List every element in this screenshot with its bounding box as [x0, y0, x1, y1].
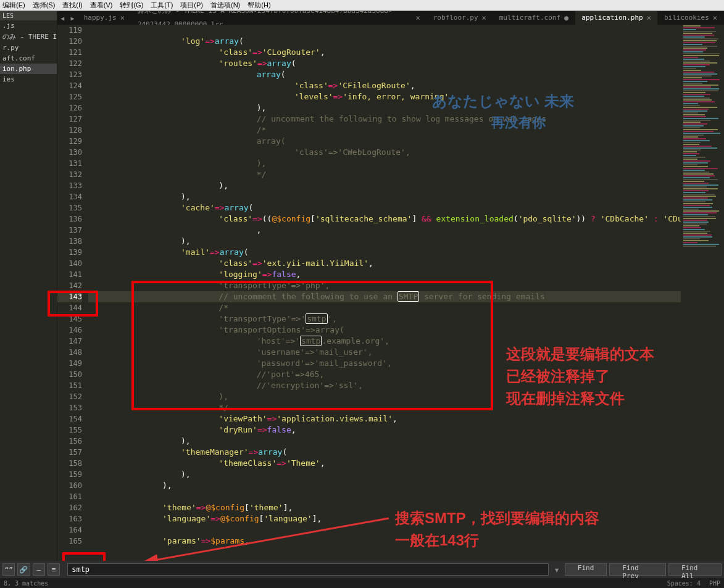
code-line[interactable]: ),: [88, 158, 681, 169]
code-line[interactable]: [88, 491, 681, 502]
tab-close-icon[interactable]: ●: [564, 11, 568, 25]
tab[interactable]: happy.js×: [78, 11, 131, 25]
menu-item[interactable]: 项目(P): [180, 1, 203, 10]
menu-item[interactable]: 查看(V): [90, 1, 113, 10]
code-line[interactable]: 'mail'=>array(: [88, 247, 681, 258]
code-line[interactable]: array(: [88, 136, 681, 147]
find-case-toggle[interactable]: 🔗: [17, 563, 30, 576]
tab-close-icon[interactable]: ×: [120, 11, 125, 25]
code-line[interactable]: // uncomment the following to show log m…: [88, 114, 681, 125]
line-number: 139: [57, 247, 82, 258]
status-spaces[interactable]: Spaces: 4: [667, 580, 701, 587]
code-line[interactable]: 'class'=>'CLogRouter',: [88, 47, 681, 58]
find-button[interactable]: Find: [565, 563, 607, 576]
minimap[interactable]: [681, 25, 724, 557]
tab[interactable]: application.php×: [575, 11, 658, 25]
menu-item[interactable]: 首选项(N): [210, 1, 240, 10]
menu-item[interactable]: 工具(T): [151, 1, 173, 10]
overlay-annotation-2: 搜索SMTP，找到要编辑的内容 一般在143行: [395, 507, 599, 552]
tab[interactable]: bilicookies×: [658, 11, 724, 25]
find-regex-toggle[interactable]: “”: [2, 563, 15, 576]
find-prev-button[interactable]: Find Prev: [609, 563, 666, 576]
code-line[interactable]: 'transportType'=>'smtp',: [88, 313, 681, 325]
code-line[interactable]: // uncomment the following to use an SMT…: [88, 291, 681, 302]
code-line[interactable]: 'class'=>'CWebLogRoute',: [88, 147, 681, 158]
code-line[interactable]: ),: [88, 469, 681, 480]
menu-item[interactable]: 帮助(H): [248, 1, 270, 10]
status-language[interactable]: PHP: [709, 580, 720, 587]
dropdown-icon[interactable]: ▾: [554, 564, 560, 576]
code-line[interactable]: ,: [88, 225, 681, 236]
line-number: 163: [57, 513, 82, 524]
sidebar-file-item[interactable]: aft.conf: [0, 53, 57, 64]
menu-item[interactable]: 编辑(E): [2, 1, 25, 10]
code-line[interactable]: ),: [88, 236, 681, 247]
line-number: 154: [57, 413, 82, 424]
menu-item[interactable]: 转到(G): [120, 1, 143, 10]
line-number: 121: [57, 47, 82, 58]
code-line[interactable]: array(: [88, 69, 681, 80]
line-number: 119: [57, 25, 82, 36]
sidebar-file-item[interactable]: r.py: [0, 43, 57, 53]
find-all-button[interactable]: Find All: [668, 563, 722, 576]
code-line[interactable]: 'class'=>'ext.yii-mail.YiiMail',: [88, 258, 681, 269]
code-line[interactable]: 'cache'=>array(: [88, 202, 681, 213]
line-number: 145: [57, 313, 82, 325]
code-line[interactable]: 'levels'=>'info, error, warning',: [88, 91, 681, 102]
tab-close-icon[interactable]: ×: [415, 11, 420, 25]
tab[interactable]: multicraft.conf●: [493, 11, 576, 25]
code-line[interactable]: /*: [88, 302, 681, 313]
tab-close-icon[interactable]: ×: [482, 11, 486, 25]
menu-bar: 编辑(E)选择(S)查找(I)查看(V)转到(G)工具(T)项目(P)首选项(N…: [0, 0, 724, 11]
code-line[interactable]: 'class'=>((@$config['sqlitecache_schema'…: [88, 213, 681, 225]
code-area[interactable]: 'log'=>array( 'class'=>'CLogRouter', 'ro…: [88, 25, 681, 547]
code-line[interactable]: ),: [88, 436, 681, 447]
code-line[interactable]: [88, 25, 681, 36]
code-line[interactable]: 'log'=>array(: [88, 36, 681, 47]
code-line[interactable]: 'dryRun'=>false,: [88, 424, 681, 436]
tab-prev-icon[interactable]: ◀: [60, 15, 64, 22]
menu-item[interactable]: 查找(I): [62, 1, 82, 10]
code-line[interactable]: 'class'=>'CFileLogRoute',: [88, 80, 681, 91]
sidebar-file-item[interactable]: ion.php: [0, 64, 57, 74]
code-line[interactable]: 'themeManager'=>array(: [88, 447, 681, 458]
tab-next-icon[interactable]: ▶: [70, 15, 74, 22]
sidebar-file-item[interactable]: のみ - THERE IS A: [0, 31, 57, 43]
tab-close-icon[interactable]: ×: [713, 11, 717, 25]
status-bar: 8, 3 matches Spaces: 4 PHP: [0, 578, 724, 588]
code-line[interactable]: ),: [88, 191, 681, 202]
tab-nav[interactable]: ◀ ▶: [57, 15, 78, 22]
code-line[interactable]: ),: [88, 102, 681, 114]
line-number: 131: [57, 158, 82, 169]
line-number: 128: [57, 125, 82, 136]
line-number: 162: [57, 502, 82, 513]
code-line[interactable]: /*: [88, 125, 681, 136]
code-line[interactable]: 'routes'=>array(: [88, 58, 681, 69]
code-line[interactable]: 'transportOptions'=>array(: [88, 325, 681, 336]
tab[interactable]: robfloor.py×: [427, 11, 493, 25]
sidebar-file-item[interactable]: ies: [0, 74, 57, 85]
line-number: 149: [57, 358, 82, 369]
find-whole-word-toggle[interactable]: —: [33, 563, 45, 576]
line-number: 138: [57, 236, 82, 247]
tab-bar: ◀ ▶ happy.js×鈴木このみ - THERE IS A REASON-2…: [57, 11, 724, 25]
find-input[interactable]: [67, 563, 549, 576]
editor[interactable]: 1191201211221231241251261271281291301311…: [57, 25, 681, 557]
menu-item[interactable]: 选择(S): [33, 1, 56, 10]
code-line[interactable]: 'themeClass'=>'Theme',: [88, 458, 681, 469]
line-number: 125: [57, 91, 82, 102]
code-line[interactable]: */: [88, 169, 681, 180]
find-wrap-toggle[interactable]: ≡: [48, 563, 60, 576]
code-line[interactable]: ),: [88, 180, 681, 191]
code-line[interactable]: 'logging'=>false,: [88, 269, 681, 280]
code-line[interactable]: 'viewPath'=>'application.views.mail',: [88, 413, 681, 424]
overlay-annotation-jp: あなたじゃない 未来: [432, 91, 574, 111]
line-number: 123: [57, 69, 82, 80]
tab[interactable]: 鈴木このみ - THERE IS A REASON-254fbf6700fa9c…: [131, 11, 427, 25]
code-line[interactable]: ),: [88, 480, 681, 491]
sidebar-file-item[interactable]: .js: [0, 20, 57, 31]
tab-label: robfloor.py: [433, 11, 478, 25]
line-number: 126: [57, 102, 82, 114]
code-line[interactable]: 'transportType'=>'php',: [88, 280, 681, 291]
tab-close-icon[interactable]: ×: [647, 11, 651, 25]
